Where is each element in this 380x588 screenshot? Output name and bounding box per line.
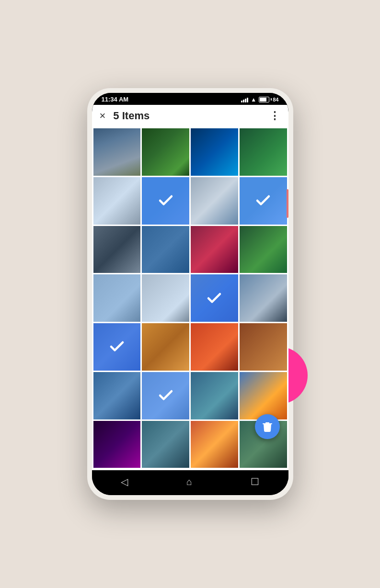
photo-grid-container[interactable] [92,127,288,470]
selection-check [240,177,287,225]
list-item[interactable] [142,421,189,468]
list-item[interactable] [191,323,238,371]
delete-fab-button[interactable] [255,414,280,439]
status-bar: 11:34 AM ▲ 84 [92,93,288,105]
list-item[interactable] [93,274,141,322]
list-item[interactable] [142,177,189,225]
list-item[interactable] [191,128,238,176]
back-button[interactable]: ◁ [121,476,128,487]
signal-icon [241,97,248,102]
recents-button[interactable]: ☐ [251,476,259,487]
selection-check [191,274,238,322]
list-item[interactable] [142,226,189,273]
more-options-button[interactable]: ⋮ [269,110,281,122]
selection-count-title: 5 Items [113,110,269,122]
list-item[interactable] [240,177,287,225]
list-item[interactable] [93,226,141,273]
selection-check [93,323,141,371]
list-item[interactable] [240,323,287,371]
phone-screen: 11:34 AM ▲ 84 [92,93,288,495]
close-button[interactable]: × [100,110,106,122]
phone-frame: 11:34 AM ▲ 84 [87,88,293,500]
list-item[interactable] [240,128,287,176]
list-item[interactable] [142,274,189,322]
list-item[interactable] [191,177,238,225]
list-item[interactable] [240,274,287,322]
battery-icon: 84 [259,97,278,102]
list-item[interactable] [93,177,141,225]
list-item[interactable] [93,372,141,419]
list-item[interactable] [93,323,141,371]
list-item[interactable] [142,372,189,419]
delete-icon [262,421,273,432]
list-item[interactable] [191,226,238,273]
list-item[interactable] [240,372,287,419]
status-icons: ▲ 84 [241,96,278,103]
app-bar: × 5 Items ⋮ [92,105,288,127]
list-item[interactable] [93,128,141,176]
home-button[interactable]: ⌂ [186,476,192,487]
list-item[interactable] [191,372,238,419]
status-time: 11:34 AM [102,96,129,103]
selection-check [142,372,189,419]
list-item[interactable] [191,421,238,468]
list-item[interactable] [191,274,238,322]
scroll-indicator [287,189,288,218]
screen-content: 11:34 AM ▲ 84 [92,93,288,495]
list-item[interactable] [142,323,189,371]
selection-check [142,177,189,225]
list-item[interactable] [142,128,189,176]
list-item[interactable] [240,226,287,273]
wifi-icon: ▲ [251,96,256,103]
nav-bar: ◁ ⌂ ☐ [92,470,288,495]
list-item[interactable] [93,421,141,468]
battery-percent: 84 [273,97,278,102]
